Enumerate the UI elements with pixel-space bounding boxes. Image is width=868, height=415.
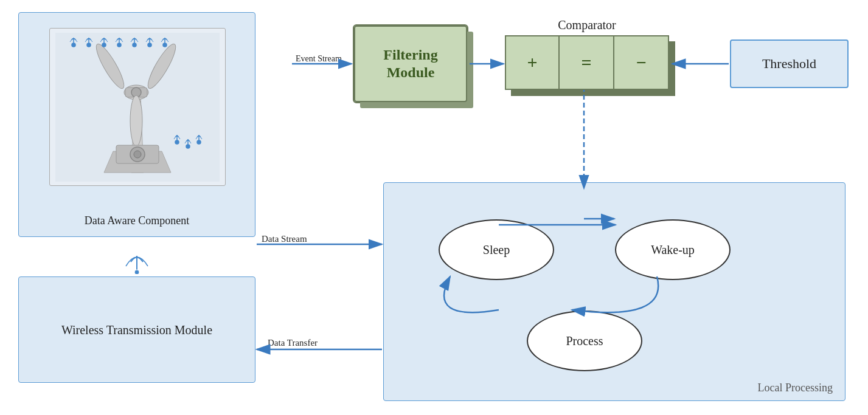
wtm-label: Wireless Transmission Module [61,321,212,338]
comparator-title: Comparator [505,18,669,32]
svg-point-15 [87,43,91,47]
comp-cell-equal: = [560,35,614,90]
svg-point-25 [163,43,167,47]
svg-point-29 [186,145,190,148]
svg-point-27 [175,140,179,144]
svg-point-21 [133,43,136,47]
dac-label: Data Aware Component [19,214,255,227]
svg-point-31 [197,140,201,144]
filter-label: FilteringModule [383,46,437,81]
local-box: Sleep Wake-up Process Local Processing [383,182,845,401]
comp-cell-plus: + [505,35,560,90]
process-node: Process [527,310,642,371]
local-label: Local Processing [758,382,833,394]
dac-box: Data Aware Component [18,12,255,237]
wtm-box: Wireless Transmission Module [18,276,255,383]
diagram-container: Data Aware Component Wireless Transmissi… [0,0,868,415]
svg-point-13 [72,43,75,47]
threshold-label: Threshold [762,56,816,72]
wakeup-node: Wake-up [615,219,731,280]
comparator-group: Comparator + = − [505,18,669,90]
svg-point-33 [134,270,139,274]
svg-point-23 [148,43,151,47]
svg-point-7 [130,95,142,146]
comp-cell-minus: − [614,35,669,90]
threshold-box: Threshold [730,39,849,88]
svg-point-19 [117,43,121,47]
sleep-node: Sleep [439,219,554,280]
svg-point-11 [134,151,141,158]
filter-box: FilteringModule [353,24,468,103]
data-stream-label: Data Stream [262,234,307,244]
dac-image [49,28,226,186]
wireless-icon [119,241,155,274]
event-stream-label: Event Stream [296,53,342,64]
data-transfer-label: Data Transfer [268,337,318,349]
turbine-illustration [55,33,220,182]
svg-point-17 [102,43,106,47]
